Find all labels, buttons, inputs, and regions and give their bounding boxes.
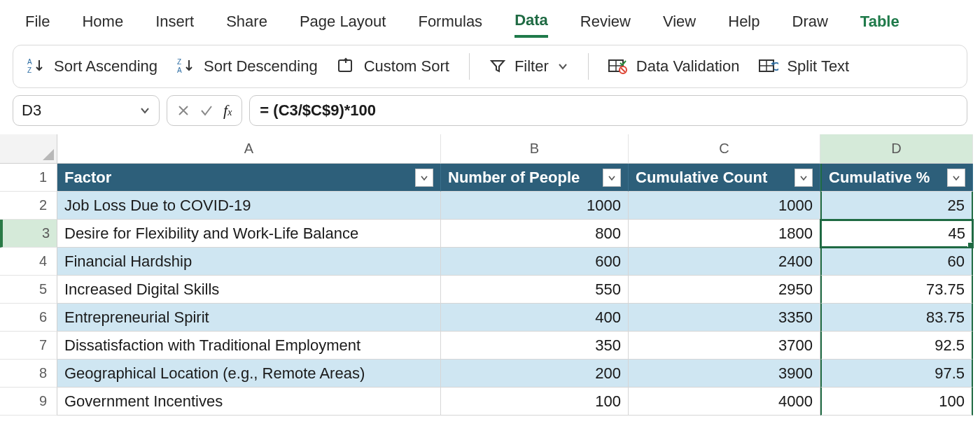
tab-share[interactable]: Share [226,10,267,36]
spreadsheet: A B C D 1 2 3 4 5 6 7 8 9 Factor Number … [0,134,980,421]
filter-label: Filter [514,57,549,76]
cell[interactable]: Job Loss Due to COVID-19 [57,192,441,220]
header-cum-pct[interactable]: Cumulative % [820,164,973,192]
name-box[interactable]: D3 [13,95,160,126]
tab-view[interactable]: View [663,10,696,36]
cell[interactable]: 2400 [629,248,820,276]
table-row: Dissatisfaction with Traditional Employm… [57,332,980,360]
cell[interactable]: 1000 [441,192,629,220]
row-header-3[interactable]: 3 [0,220,57,248]
sort-desc-label: Sort Descending [204,57,318,76]
cell[interactable]: 350 [441,332,629,360]
header-cum-pct-label: Cumulative % [829,169,930,187]
cell[interactable]: 550 [441,276,629,304]
cell[interactable]: Geographical Location (e.g., Remote Area… [57,360,441,388]
table-row: Desire for Flexibility and Work-Life Bal… [57,220,980,248]
custom-sort-button[interactable]: Custom Sort [337,57,449,76]
col-header-c[interactable]: C [629,134,820,164]
cell[interactable]: 200 [441,360,629,388]
cell[interactable]: 1000 [629,192,820,220]
filter-dropdown-icon[interactable] [415,169,433,187]
tab-page-layout[interactable]: Page Layout [300,10,386,36]
cell[interactable]: Desire for Flexibility and Work-Life Bal… [57,220,441,248]
filter-button[interactable]: Filter [489,57,568,76]
cell[interactable]: 60 [820,248,973,276]
filter-icon [489,58,506,75]
tab-data[interactable]: Data [514,8,548,38]
tab-draw[interactable]: Draw [792,10,828,36]
tab-table[interactable]: Table [860,10,899,36]
col-header-b[interactable]: B [441,134,629,164]
header-factor-label: Factor [64,169,111,187]
row-header-6[interactable]: 6 [0,304,57,332]
cell[interactable]: 3350 [629,304,820,332]
row-header-2[interactable]: 2 [0,192,57,220]
name-box-value: D3 [22,101,41,120]
col-header-a[interactable]: A [57,134,441,164]
cell[interactable]: 1800 [629,220,820,248]
col-header-d[interactable]: D [820,134,973,164]
split-text-button[interactable]: Split Text [759,57,849,76]
accept-icon[interactable] [200,104,214,117]
cell[interactable]: Financial Hardship [57,248,441,276]
header-cum-count[interactable]: Cumulative Count [629,164,820,192]
separator [588,53,589,80]
row-header-1[interactable]: 1 [0,164,57,192]
selected-cell[interactable]: 45 [820,220,973,248]
cell[interactable]: 3900 [629,360,820,388]
tab-formulas[interactable]: Formulas [418,10,482,36]
cell[interactable]: 92.5 [820,332,973,360]
cell[interactable]: 73.75 [820,276,973,304]
table-row: Entrepreneurial Spirit 400 3350 83.75 [57,304,980,332]
tab-review[interactable]: Review [580,10,631,36]
header-factor[interactable]: Factor [57,164,441,192]
table-row: Increased Digital Skills 550 2950 73.75 [57,276,980,304]
tab-insert[interactable]: Insert [155,10,194,36]
row-header-9[interactable]: 9 [0,388,57,416]
filter-dropdown-icon[interactable] [603,169,621,187]
formula-input[interactable]: = (C3/$C$9)*100 [249,95,967,126]
cell[interactable]: 25 [820,192,973,220]
cell[interactable]: 4000 [629,388,820,416]
cell[interactable]: 100 [441,388,629,416]
row-header-8[interactable]: 8 [0,360,57,388]
chevron-down-icon [557,61,568,72]
fx-icon[interactable]: fx [223,101,232,120]
table-row: Financial Hardship 600 2400 60 [57,248,980,276]
tab-help[interactable]: Help [728,10,760,36]
row-header-7[interactable]: 7 [0,332,57,360]
row-header-5[interactable]: 5 [0,276,57,304]
sort-ascending-button[interactable]: AZ Sort Ascending [27,57,158,76]
cell[interactable]: Dissatisfaction with Traditional Employm… [57,332,441,360]
cell[interactable]: 2950 [629,276,820,304]
tab-home[interactable]: Home [82,10,123,36]
cell[interactable]: Government Incentives [57,388,441,416]
formula-text: = (C3/$C$9)*100 [260,101,376,120]
cell[interactable]: Entrepreneurial Spirit [57,304,441,332]
table-row: Geographical Location (e.g., Remote Area… [57,360,980,388]
tab-file[interactable]: File [25,10,50,36]
sort-descending-button[interactable]: ZA Sort Descending [177,57,318,76]
formula-bar-row: D3 fx = (C3/$C$9)*100 [0,94,980,130]
header-num-people[interactable]: Number of People [441,164,629,192]
cell[interactable]: 83.75 [820,304,973,332]
select-all-corner[interactable] [0,134,57,164]
sort-desc-icon: ZA [177,57,195,76]
cell[interactable]: 800 [441,220,629,248]
data-validation-icon [608,58,628,75]
filter-dropdown-icon[interactable] [947,169,965,187]
cell[interactable]: Increased Digital Skills [57,276,441,304]
row-header-4[interactable]: 4 [0,248,57,276]
column-headers: A B C D [57,134,980,164]
cell[interactable]: 100 [820,388,973,416]
cell[interactable]: 97.5 [820,360,973,388]
cell[interactable]: 400 [441,304,629,332]
filter-dropdown-icon[interactable] [794,169,813,187]
data-validation-button[interactable]: Data Validation [608,57,740,76]
table-row: Job Loss Due to COVID-19 1000 1000 25 [57,192,980,220]
cancel-icon[interactable] [177,104,190,117]
formula-buttons: fx [167,95,242,126]
cell[interactable]: 3700 [629,332,820,360]
separator [469,53,470,80]
cell[interactable]: 600 [441,248,629,276]
